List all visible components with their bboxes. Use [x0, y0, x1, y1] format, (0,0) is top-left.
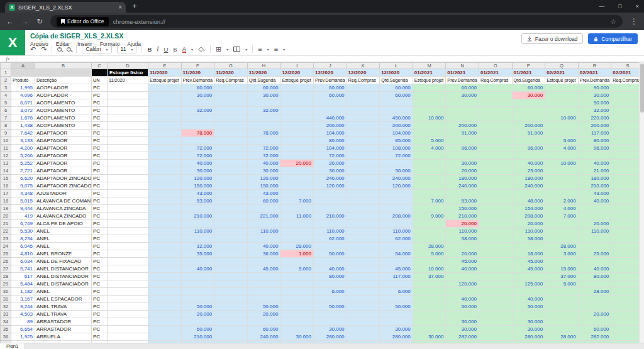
cell[interactable]: [545, 288, 579, 296]
cell[interactable]: 62.000: [380, 235, 413, 243]
cell[interactable]: [148, 288, 182, 296]
row-header[interactable]: 28: [1, 273, 11, 280]
cell[interactable]: 80.000: [578, 137, 611, 145]
column-header-E[interactable]: E: [148, 63, 182, 69]
row-header[interactable]: 32: [1, 303, 11, 311]
cell[interactable]: [512, 99, 545, 107]
sheet-tab-plan1[interactable]: Plan1: [0, 343, 25, 349]
cell[interactable]: [446, 107, 479, 114]
cell[interactable]: [148, 326, 182, 333]
row-header[interactable]: 1: [1, 69, 11, 77]
cell[interactable]: [479, 273, 512, 280]
cell[interactable]: [578, 213, 611, 220]
cell[interactable]: [446, 273, 479, 280]
cell-descricao[interactable]: ALAVANCA ZINCADA: [35, 205, 92, 213]
cell-descricao[interactable]: ADAPTADOR: [35, 145, 92, 152]
cell-un[interactable]: PC: [92, 122, 108, 130]
cell[interactable]: [108, 250, 148, 258]
cell[interactable]: [148, 175, 182, 182]
cell[interactable]: [148, 258, 182, 265]
cell[interactable]: 104.000: [380, 130, 413, 137]
cell[interactable]: [280, 130, 314, 137]
cell[interactable]: [280, 92, 314, 99]
cell[interactable]: [280, 288, 314, 296]
cell[interactable]: 80.000: [313, 137, 347, 145]
cell[interactable]: 62.000: [313, 235, 347, 243]
cell[interactable]: 50.000: [380, 303, 413, 311]
cell[interactable]: [247, 296, 280, 303]
cell[interactable]: 200.000: [512, 122, 545, 130]
cell[interactable]: 210.000: [181, 213, 214, 220]
cell[interactable]: [479, 220, 512, 228]
cell[interactable]: 60.000: [578, 326, 611, 333]
cell[interactable]: 50.000: [313, 303, 347, 311]
cell[interactable]: [479, 326, 512, 333]
cell[interactable]: [280, 145, 314, 152]
cell[interactable]: 72.000: [247, 152, 280, 160]
cell[interactable]: 5.000: [280, 265, 314, 273]
cell[interactable]: [578, 318, 611, 326]
cell[interactable]: 40.000: [512, 296, 545, 303]
cell[interactable]: [148, 250, 182, 258]
cell-un[interactable]: PC: [92, 333, 108, 341]
cell[interactable]: [347, 182, 380, 190]
cell[interactable]: [479, 107, 512, 114]
cell[interactable]: 240.000: [446, 182, 479, 190]
cell[interactable]: 43.000: [247, 190, 280, 197]
cell[interactable]: [347, 205, 380, 213]
cell[interactable]: [148, 145, 182, 152]
cell[interactable]: [512, 114, 545, 122]
cell[interactable]: [108, 326, 148, 333]
cell[interactable]: 58.000: [446, 235, 479, 243]
row-header[interactable]: 15: [1, 175, 11, 182]
cell[interactable]: 28.000: [413, 243, 446, 250]
cell[interactable]: [247, 280, 280, 288]
cell[interactable]: 210.000: [181, 333, 214, 341]
cell[interactable]: 108.000: [380, 145, 413, 152]
cell-un[interactable]: PC: [92, 205, 108, 213]
cell[interactable]: [479, 333, 512, 341]
cell-produto[interactable]: 7,642: [11, 130, 35, 137]
cell[interactable]: [181, 296, 214, 303]
cell[interactable]: 58.000: [512, 235, 545, 243]
cell[interactable]: 120.000: [446, 280, 479, 288]
cell[interactable]: 72.000: [181, 145, 214, 152]
row-header[interactable]: 30: [1, 288, 11, 296]
cell[interactable]: [347, 303, 380, 311]
cell[interactable]: 240.000: [512, 182, 545, 190]
cell[interactable]: [413, 107, 446, 114]
cell[interactable]: 80.000: [313, 273, 347, 280]
cell[interactable]: [446, 152, 479, 160]
cell[interactable]: 40.000: [247, 160, 280, 167]
cell[interactable]: [512, 311, 545, 318]
cell[interactable]: 5.000: [545, 137, 579, 145]
cell[interactable]: 50.000: [247, 303, 280, 311]
column-header-O[interactable]: O: [479, 63, 512, 69]
cell[interactable]: 10.000: [413, 114, 446, 122]
cell[interactable]: [347, 99, 380, 107]
cell[interactable]: 85.000: [380, 137, 413, 145]
cell[interactable]: [148, 182, 182, 190]
cell-un[interactable]: PC: [92, 145, 108, 152]
cell[interactable]: [512, 288, 545, 296]
cell[interactable]: [148, 220, 182, 228]
cell-descricao[interactable]: ANEL TRAVA: [35, 303, 92, 311]
cell[interactable]: 72.000: [313, 152, 347, 160]
cell[interactable]: [214, 318, 248, 326]
cell[interactable]: [280, 107, 314, 114]
cell-descricao[interactable]: ALCA PE DE APOIO: [35, 220, 92, 228]
column-header-H[interactable]: H: [247, 63, 280, 69]
row-header[interactable]: 22: [1, 228, 11, 235]
cell[interactable]: [347, 333, 380, 341]
cell[interactable]: [148, 318, 182, 326]
cell[interactable]: [214, 130, 248, 137]
cell[interactable]: [148, 213, 182, 220]
cell[interactable]: 280.000: [380, 333, 413, 341]
cell[interactable]: [479, 114, 512, 122]
cell[interactable]: 28.000: [280, 243, 314, 250]
cell-descricao[interactable]: ALAVANCA DE COMANDO: [35, 197, 92, 205]
cell[interactable]: [313, 318, 347, 326]
cell[interactable]: [108, 152, 148, 160]
cell[interactable]: 12.000: [181, 243, 214, 250]
cell[interactable]: 30.000: [512, 92, 545, 99]
